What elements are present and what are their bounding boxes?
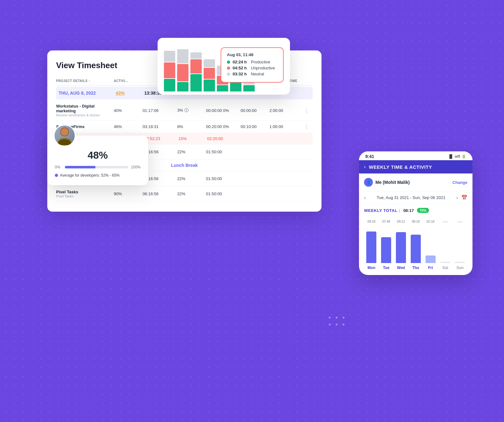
bar-sun [454, 262, 466, 263]
bar-neutral-2 [177, 49, 188, 63]
neutral-label: Neutral [251, 72, 264, 76]
mobile-time: 9:41 [365, 154, 374, 159]
task-2-time: 03:18:31 [142, 124, 177, 129]
weekly-chart: 09:18 07:48 09:12 08:18 02:18 --:-- --:-… [359, 217, 472, 275]
bar-tue [380, 237, 392, 263]
activity-percent: 48% [55, 149, 141, 161]
task-pixel-time: 06:16:56 [142, 191, 177, 196]
unproductive-dot [227, 67, 230, 70]
bar-mon-fill [366, 232, 376, 263]
bar-sat [439, 262, 452, 263]
chart-bar-group-7 [243, 81, 255, 91]
bar-time-fri: 02:18 [424, 220, 437, 223]
bar-time-tue: 07:48 [380, 220, 392, 223]
chart-popup: Aug 03, 11:48 02:24 h Productive 04:52 h… [158, 38, 290, 95]
lunch-break-label: Lunch Break [171, 163, 198, 168]
bar-time-sun: --:-- [454, 220, 466, 223]
mobile-card: 9:41 ▐▌ wifi 🔋 ‹ WEEKLY TIME & ACTIVITY … [359, 151, 472, 275]
user-name: Me (Mohit Malik) [375, 180, 410, 185]
change-button[interactable]: Change [452, 180, 467, 185]
progress-bar-fill [65, 166, 96, 168]
mobile-status-icons: ▐▌ wifi 🔋 [448, 154, 466, 159]
chart-tooltip: Aug 03, 11:48 02:24 h Productive 04:52 h… [221, 47, 284, 83]
task-2-idle-time: 00:20:00 0% [206, 124, 241, 129]
task-pixel-name: Pixel Tasks [56, 190, 114, 194]
average-text: Average for developers: 52% - 65% [60, 173, 119, 178]
bar-fri-fill [426, 255, 436, 263]
tooltip-date: Aug 03, 11:48 [227, 52, 277, 57]
bar-productive-5 [217, 85, 228, 91]
productive-dot [227, 61, 230, 64]
task-1-name: Workstatus - Digital marketing [56, 104, 114, 113]
day-label-mon: Mon [365, 266, 378, 270]
productive-label: Productive [251, 60, 270, 64]
task-1-idle-time: 00:00:00 0% [206, 108, 241, 113]
day-label-tue: Tue [380, 266, 392, 270]
task-1-break: 00:00:00 [240, 108, 269, 113]
chart-bar-group-3 [190, 52, 202, 91]
bar-time-thu: 08:18 [409, 220, 422, 223]
bar-thu [409, 235, 422, 263]
bar-sat-fill [440, 262, 450, 263]
task-row-1: Workstatus - Digital marketing Review wi… [56, 101, 313, 120]
productive-time: 02:24 h [233, 60, 248, 64]
calendar-icon[interactable]: 📅 [461, 195, 467, 201]
next-date-button[interactable]: › [456, 195, 458, 201]
avatar [54, 125, 76, 147]
mobile-status-bar: 9:41 ▐▌ wifi 🔋 [359, 151, 472, 160]
task-pixel-idle-time: 01:50:00 [206, 191, 241, 196]
bar-wed [395, 232, 407, 263]
signal-icon: ▐▌ [448, 154, 454, 159]
col-actions [304, 79, 313, 83]
tooltip-neutral: 03:32 h Neutral [227, 72, 277, 76]
weekly-badge: 70% [417, 208, 429, 213]
task-h-time: 12:52:23 [144, 136, 179, 141]
prev-date-button[interactable]: ‹ [364, 195, 366, 201]
task-invoicera-idle: 22% [177, 176, 206, 181]
unproductive-time: 04:52 h [233, 66, 248, 70]
bar-mon [365, 232, 378, 263]
bar-time-labels: 09:18 07:48 09:12 08:18 02:18 --:-- --:-… [364, 220, 467, 223]
date-range-text: Tue, Aug 31 2021 - Sun, Sep 06 2021 [377, 195, 445, 200]
bar-fri [424, 255, 437, 263]
task-1-sub: Review wireframes & stories [56, 113, 114, 117]
bar-thu-fill [411, 235, 421, 263]
task-pixel-sub: Pixel Tasks [56, 194, 114, 198]
task-invoicera-idle-time: 01:50:00 [206, 176, 241, 181]
tooltip-productive: 02:24 h Productive [227, 60, 277, 64]
neutral-time: 03:32 h [233, 72, 248, 76]
battery-icon: 🔋 [461, 154, 466, 159]
bar-productive-3 [190, 74, 202, 91]
bar-neutral-4 [204, 59, 215, 67]
bar-sun-fill [455, 262, 465, 263]
chart-bar-group-2 [177, 49, 188, 91]
mobile-user-row: 👤 Me (Mohit Malik) Change [359, 173, 472, 191]
average-label: Average for developers: 52% - 65% [55, 173, 141, 178]
day-label-fri: Fri [424, 266, 437, 270]
task-1-info: Workstatus - Digital marketing Review wi… [56, 104, 114, 117]
date-label: THU, AUG 8, 2022 [59, 91, 116, 96]
task-1-effective: 2:00:00 [269, 108, 304, 113]
mobile-header: ‹ WEEKLY TIME & ACTIVITY [359, 160, 472, 173]
task-row-pixel: Pixel Tasks Pixel Tasks 90% 06:16:56 22%… [56, 186, 313, 202]
bar-neutral-3 [190, 52, 202, 59]
task-h-idle-time: 02:20:00 [207, 136, 241, 141]
day-label-wed: Wed [395, 266, 407, 270]
progress-bar-bg [65, 166, 128, 168]
task-h-idle: 15% [178, 136, 207, 141]
task-2-break: 00:10:00 [240, 124, 269, 129]
task-pixel-activity: 90% [114, 191, 142, 196]
progress-min: 0% [55, 165, 62, 169]
mobile-user-info: 👤 Me (Mohit Malik) [364, 178, 410, 187]
avatar-placeholder [55, 126, 75, 146]
date-nav-right: › 📅 [456, 195, 467, 201]
back-button[interactable]: ‹ [364, 164, 366, 170]
weekly-total-row: WEEKLY TOTAL : 08:17 70% [359, 204, 472, 217]
bar-neutral-1 [164, 51, 175, 62]
purple-dot-icon [55, 174, 58, 177]
bars-area [364, 225, 467, 263]
task-1-activity: 40% [114, 108, 142, 113]
activity-popup: 48% 0% 100% Average for developers: 52% … [47, 136, 148, 185]
task-1-menu[interactable]: ⋮ [304, 108, 313, 114]
task-2-menu[interactable]: ⋮ [304, 124, 313, 130]
